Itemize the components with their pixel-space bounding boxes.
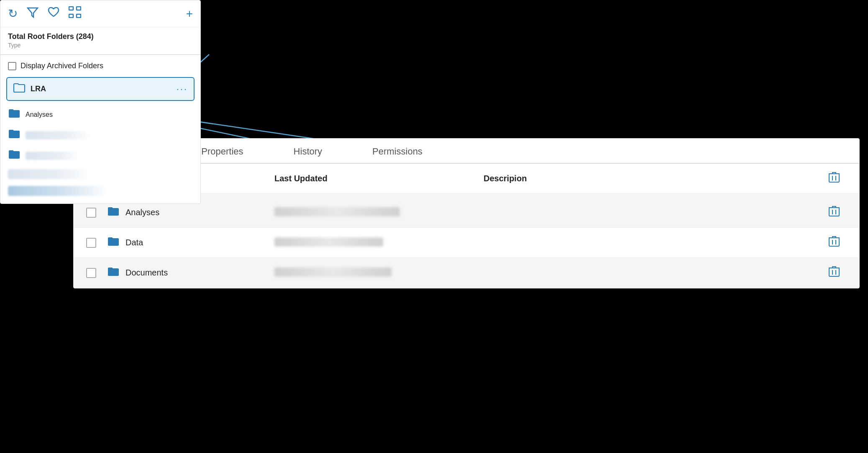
tab-history[interactable]: History bbox=[269, 139, 347, 163]
folder-menu-icon[interactable]: ··· bbox=[177, 84, 188, 95]
svg-rect-2 bbox=[77, 7, 81, 10]
selected-folder-item[interactable]: LRA ··· bbox=[6, 77, 195, 101]
blurred-folder-name-1 bbox=[26, 131, 92, 139]
row-name-cell-documents: Documents bbox=[107, 266, 274, 280]
header-last-updated: Last Updated bbox=[274, 174, 484, 183]
svg-rect-4 bbox=[77, 14, 81, 18]
svg-rect-1 bbox=[69, 7, 73, 10]
row-check-col-data bbox=[86, 238, 107, 248]
svg-rect-3 bbox=[69, 14, 73, 18]
sub-folders: Analyses bbox=[0, 104, 200, 203]
row-name-cell-data: Data bbox=[107, 236, 274, 250]
refresh-icon[interactable]: ↻ bbox=[8, 7, 18, 21]
header-action bbox=[822, 171, 847, 185]
delete-icon-data[interactable] bbox=[829, 235, 840, 250]
row-name-data: Data bbox=[125, 238, 143, 247]
folder-outline-icon bbox=[13, 82, 26, 96]
panel-title: Total Root Folders (284) bbox=[8, 32, 193, 41]
heart-icon[interactable] bbox=[48, 7, 59, 21]
divider bbox=[0, 54, 200, 55]
svg-marker-0 bbox=[28, 8, 38, 17]
archive-label: Display Archived Folders bbox=[20, 62, 103, 70]
row-folder-icon-documents bbox=[107, 266, 120, 280]
table-row-data: Data bbox=[74, 228, 859, 258]
row-checkbox-analyses[interactable] bbox=[86, 208, 96, 218]
subfolder-analyses[interactable]: Analyses bbox=[0, 104, 200, 125]
svg-rect-11 bbox=[829, 174, 839, 182]
archive-row: Display Archived Folders bbox=[0, 58, 200, 74]
tab-permissions[interactable]: Permissions bbox=[347, 139, 448, 163]
subfolder-blurred-3[interactable] bbox=[0, 166, 200, 183]
folder-filled-icon-2 bbox=[8, 128, 20, 142]
table-row-documents: Documents bbox=[74, 258, 859, 288]
archive-checkbox[interactable] bbox=[8, 62, 16, 70]
row-updated-analyses bbox=[274, 207, 484, 218]
hierarchy-icon[interactable] bbox=[69, 6, 81, 21]
folder-filled-icon bbox=[8, 108, 20, 121]
row-check-col-analyses bbox=[86, 208, 107, 218]
svg-rect-23 bbox=[829, 268, 839, 276]
toolbar: ↻ + bbox=[0, 0, 200, 27]
svg-rect-19 bbox=[829, 238, 839, 246]
header-description: Descripion bbox=[484, 174, 822, 183]
row-name-analyses: Analyses bbox=[125, 208, 159, 217]
folder-filled-icon-3 bbox=[8, 149, 20, 162]
blurred-folder-4 bbox=[8, 186, 108, 196]
delete-icon-analyses[interactable] bbox=[829, 205, 840, 220]
row-name-documents: Documents bbox=[125, 268, 168, 278]
row-check-col-documents bbox=[86, 268, 107, 278]
row-action-analyses bbox=[822, 205, 847, 220]
subfolder-blurred-4[interactable] bbox=[0, 183, 200, 199]
blurred-date-data bbox=[274, 237, 383, 247]
row-folder-icon-analyses bbox=[107, 206, 120, 219]
row-checkbox-documents[interactable] bbox=[86, 268, 96, 278]
blurred-date-documents bbox=[274, 268, 392, 277]
row-checkbox-data[interactable] bbox=[86, 238, 96, 248]
row-updated-documents bbox=[274, 268, 484, 278]
blurred-folder-name-2 bbox=[26, 152, 80, 160]
svg-rect-15 bbox=[829, 208, 839, 216]
subfolder-blurred-1[interactable] bbox=[0, 125, 200, 145]
left-panel: ↻ + Total Root Folders (284) Type D bbox=[0, 0, 201, 204]
row-updated-data bbox=[274, 237, 484, 248]
blurred-date-analyses bbox=[274, 207, 400, 216]
blurred-folder-3 bbox=[8, 169, 92, 179]
row-folder-icon-data bbox=[107, 236, 120, 250]
subfolder-analyses-label: Analyses bbox=[26, 111, 53, 118]
delete-icon-documents[interactable] bbox=[829, 265, 840, 280]
row-action-documents bbox=[822, 265, 847, 280]
panel-header: Total Root Folders (284) Type bbox=[0, 27, 200, 51]
row-name-cell-analyses: Analyses bbox=[107, 206, 274, 219]
header-delete-icon[interactable] bbox=[829, 174, 840, 185]
panel-subtitle: Type bbox=[8, 42, 193, 49]
subfolder-blurred-2[interactable] bbox=[0, 145, 200, 166]
filter-icon[interactable] bbox=[27, 6, 38, 21]
row-action-data bbox=[822, 235, 847, 250]
selected-folder-name: LRA bbox=[31, 85, 177, 93]
add-button[interactable]: + bbox=[186, 7, 193, 21]
